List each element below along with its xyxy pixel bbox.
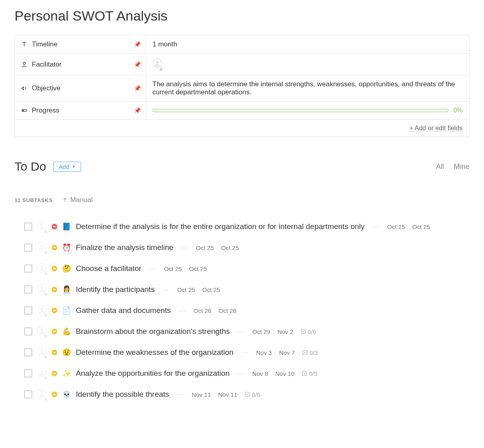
assignee-avatar[interactable]: [37, 284, 47, 295]
subtask-progress[interactable]: 0/3: [302, 349, 318, 356]
task-list: 📘Determine if the analysis is for the en…: [15, 216, 469, 405]
priority-medium-icon[interactable]: [52, 245, 57, 250]
more-options-icon[interactable]: ⋯: [181, 243, 189, 252]
more-options-icon[interactable]: ⋯: [237, 327, 245, 336]
pin-icon[interactable]: 📌: [134, 41, 141, 48]
task-emoji: 📄: [62, 306, 71, 315]
task-start-date[interactable]: Nov 3: [256, 349, 272, 356]
task-checkbox[interactable]: [24, 390, 32, 398]
filter-all[interactable]: All: [436, 163, 444, 171]
task-title[interactable]: Finalize the analysis timeline: [76, 243, 173, 252]
field-value[interactable]: The analysis aims to determine the inter…: [146, 75, 469, 101]
task-end-date[interactable]: Nov 2: [277, 328, 293, 335]
task-checkbox[interactable]: [24, 223, 32, 231]
subtask-progress[interactable]: 0/6: [300, 328, 316, 335]
task-checkbox[interactable]: [24, 244, 32, 252]
task-start-date[interactable]: Oct 25: [196, 244, 214, 251]
pin-icon[interactable]: 📌: [134, 107, 141, 114]
task-start-date[interactable]: Nov 8: [252, 370, 268, 377]
task-row[interactable]: 💀Identify the possible threats⋯Nov 11Nov…: [15, 384, 469, 405]
assignee-avatar[interactable]: [37, 221, 47, 232]
task-end-date[interactable]: Nov 10: [275, 370, 295, 377]
task-checkbox[interactable]: [24, 348, 32, 356]
task-end-date[interactable]: Oct 25: [412, 223, 430, 230]
priority-medium-icon[interactable]: [52, 287, 57, 292]
subtask-progress[interactable]: 0/6: [244, 391, 260, 398]
field-value[interactable]: 1 month: [146, 35, 469, 53]
task-title[interactable]: Brainstorm about the organization's stre…: [76, 327, 230, 336]
task-checkbox[interactable]: [24, 306, 32, 315]
field-value[interactable]: [146, 54, 469, 75]
priority-medium-icon[interactable]: [52, 350, 57, 355]
assignee-avatar[interactable]: [37, 263, 47, 274]
task-title[interactable]: Determine if the analysis is for the ent…: [76, 222, 365, 231]
priority-medium-icon[interactable]: [52, 308, 57, 313]
priority-medium-icon[interactable]: [52, 266, 57, 271]
task-emoji: ✨: [62, 369, 71, 378]
task-end-date[interactable]: Nov 11: [218, 391, 238, 398]
assignee-avatar[interactable]: [37, 305, 47, 316]
task-start-date[interactable]: Oct 26: [194, 307, 211, 314]
task-start-date[interactable]: Oct 25: [177, 286, 195, 293]
more-options-icon[interactable]: ⋯: [372, 222, 380, 231]
assignee-avatar[interactable]: [37, 368, 47, 379]
field-row-objective[interactable]: Objective 📌 The analysis aims to determi…: [15, 75, 469, 102]
task-checkbox[interactable]: [24, 285, 32, 294]
checklist-icon: [302, 371, 307, 376]
task-row[interactable]: 📘Determine if the analysis is for the en…: [15, 216, 469, 237]
task-title[interactable]: Gather data and documents: [76, 306, 171, 315]
task-checkbox[interactable]: [24, 265, 32, 273]
task-row[interactable]: ⏰Finalize the analysis timeline⋯Oct 25Oc…: [15, 237, 469, 258]
task-end-date[interactable]: Oct 25: [189, 265, 207, 272]
task-end-date[interactable]: Nov 7: [279, 349, 295, 356]
task-start-date[interactable]: Oct 25: [164, 265, 182, 272]
assignee-avatar[interactable]: [37, 326, 47, 337]
field-row-progress[interactable]: Progress 📌 0%: [15, 102, 469, 120]
assignee-avatar[interactable]: [37, 389, 47, 400]
sort-toggle[interactable]: Manual: [62, 196, 93, 204]
subtask-progress[interactable]: 0/5: [302, 370, 317, 377]
assignee-avatar[interactable]: [37, 242, 47, 253]
task-title[interactable]: Identify the possible threats: [76, 390, 169, 399]
task-title[interactable]: Identify the participants: [76, 285, 154, 294]
task-title[interactable]: Determine the weaknesses of the organiza…: [76, 348, 234, 357]
add-button[interactable]: Add ▼: [53, 162, 81, 172]
field-label: Timeline: [32, 40, 58, 48]
add-or-edit-fields-link[interactable]: + Add or edit fields: [409, 125, 463, 132]
priority-medium-icon[interactable]: [52, 371, 57, 376]
priority-medium-icon[interactable]: [52, 329, 57, 334]
more-options-icon[interactable]: ⋯: [237, 369, 245, 378]
task-end-date[interactable]: Oct 28: [219, 307, 236, 314]
task-row[interactable]: 🤔Choose a facilitator⋯Oct 25Oct 25: [15, 258, 469, 279]
priority-medium-icon[interactable]: [52, 392, 57, 397]
task-title[interactable]: Analyze the opportunities for the organi…: [76, 369, 229, 378]
priority-high-icon[interactable]: [52, 224, 57, 229]
task-row[interactable]: 📄Gather data and documents⋯Oct 26Oct 28: [15, 300, 469, 321]
task-end-date[interactable]: Oct 25: [202, 286, 220, 293]
task-checkbox[interactable]: [24, 327, 32, 335]
more-options-icon[interactable]: ⋯: [176, 390, 184, 399]
task-title[interactable]: Choose a facilitator: [76, 264, 142, 273]
task-row[interactable]: 😟Determine the weaknesses of the organiz…: [15, 342, 469, 363]
task-start-date[interactable]: Oct 29: [252, 328, 270, 335]
field-row-timeline[interactable]: Timeline 📌 1 month: [15, 35, 469, 54]
more-options-icon[interactable]: ⋯: [241, 348, 249, 357]
task-emoji: 💀: [62, 390, 71, 399]
task-row[interactable]: 👩‍💼Identify the participants⋯Oct 25Oct 2…: [15, 279, 469, 300]
person-icon: [21, 61, 28, 68]
filter-mine[interactable]: Mine: [454, 163, 469, 171]
task-start-date[interactable]: Nov 11: [192, 391, 211, 398]
task-row[interactable]: 💪Brainstorm about the organization's str…: [15, 321, 469, 342]
avatar-unassigned[interactable]: [152, 58, 162, 70]
more-options-icon[interactable]: ⋯: [162, 285, 170, 294]
task-start-date[interactable]: Oct 25: [387, 223, 405, 230]
task-end-date[interactable]: Oct 25: [221, 244, 239, 251]
more-options-icon[interactable]: ⋯: [149, 264, 157, 273]
pin-icon[interactable]: 📌: [134, 85, 141, 92]
task-row[interactable]: ✨Analyze the opportunities for the organ…: [15, 363, 469, 384]
task-checkbox[interactable]: [24, 369, 32, 377]
pin-icon[interactable]: 📌: [134, 61, 141, 68]
more-options-icon[interactable]: ⋯: [178, 306, 186, 315]
field-row-facilitator[interactable]: Facilitator 📌: [15, 54, 469, 75]
assignee-avatar[interactable]: [37, 347, 47, 358]
